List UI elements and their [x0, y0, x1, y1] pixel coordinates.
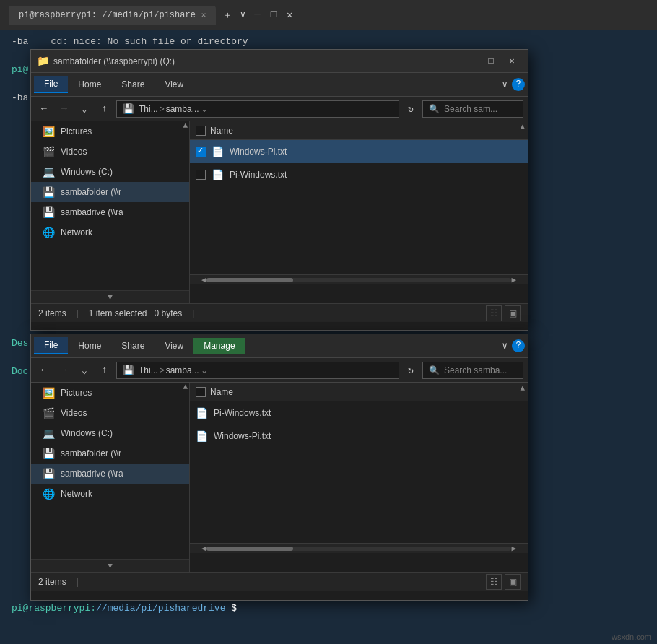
explorer1-path-sep1: >	[160, 104, 165, 114]
explorer2-search-icon: 🔍	[429, 365, 440, 375]
explorer2-scroll-left[interactable]: ◀	[201, 544, 206, 553]
explorer1-sidebar-windows-c[interactable]: 💻 Windows (C:)	[31, 162, 189, 182]
explorer1-refresh-btn[interactable]: ↻	[402, 100, 419, 118]
explorer1-scroll-right[interactable]: ▶	[511, 275, 516, 284]
explorer2-item-count: 2 items	[38, 577, 66, 587]
explorer1-scroll-left[interactable]: ◀	[201, 275, 206, 284]
explorer1-dropdown-btn[interactable]: ⌄	[76, 100, 93, 118]
explorer1-h-scrollbar[interactable]: ◀ ▶	[190, 274, 528, 284]
explorer2-forward-btn[interactable]: →	[56, 362, 73, 379]
new-tab-icon[interactable]: ＋	[223, 9, 232, 22]
explorer2-sidebar-network[interactable]: 🌐 Network	[31, 484, 189, 504]
explorer1-sidebar-videos[interactable]: 🎬 Videos	[31, 142, 189, 162]
pictures-icon: 🖼️	[43, 126, 55, 137]
explorer2-path-icon: 💾	[123, 365, 134, 375]
explorer2-status-divider: |	[77, 577, 79, 587]
explorer1-ribbon-tabs: File Home Share View ∨ ?	[31, 73, 528, 96]
explorer1-minimize-btn[interactable]: ─	[460, 51, 480, 71]
maximize-icon[interactable]: □	[271, 9, 277, 21]
close-icon[interactable]: ✕	[287, 9, 292, 21]
ribbon1-tab-home[interactable]: Home	[68, 77, 111, 92]
explorer2-icon-view-btn[interactable]: ▣	[505, 574, 521, 590]
ribbon2-tab-view[interactable]: View	[155, 338, 193, 354]
explorer1-search-box[interactable]: 🔍 Search sam...	[422, 100, 523, 118]
explorer1-back-btn[interactable]: ←	[35, 100, 53, 118]
explorer2-videos-icon: 🎬	[43, 407, 55, 419]
ribbon2-tab-share[interactable]: Share	[111, 338, 155, 354]
explorer1-file2-checkbox[interactable]	[196, 170, 206, 180]
explorer2-scrollbar-thumb[interactable]	[206, 547, 293, 551]
explorer2-file-windows-pi[interactable]: 📄 Windows-Pi.txt	[190, 425, 528, 448]
explorer1-address-path[interactable]: 💾 Thi... > samba... ⌄	[116, 100, 399, 118]
explorer1-sidebar-sambafolder[interactable]: 💾 sambafolder (\\r	[31, 182, 189, 202]
explorer2-path-sep1: >	[160, 365, 165, 375]
explorer2-sidebar-pictures[interactable]: 🖼️ Pictures	[31, 383, 189, 403]
explorer2-details-view-btn[interactable]: ☷	[486, 574, 502, 590]
explorer1-status-divider2: |	[192, 308, 194, 318]
explorer2-refresh-btn[interactable]: ↻	[402, 362, 419, 379]
ribbon1-help-icon[interactable]: ?	[512, 78, 525, 91]
sidebar1-sambafolder-label: sambafolder (\\r	[61, 187, 121, 197]
explorer1-maximize-btn[interactable]: □	[481, 51, 501, 71]
terminal-tab-title: pi@raspberrypi: //media/pi/pishare	[19, 10, 196, 20]
tab-dropdown-icon[interactable]: ∨	[240, 9, 245, 22]
explorer1-file-pi-windows[interactable]: 📄 Pi-Windows.txt	[190, 163, 528, 186]
explorer2-up-btn[interactable]: ↑	[96, 362, 113, 379]
ribbon1-tab-share[interactable]: Share	[111, 77, 155, 92]
explorer1-file-list: ▲ Name 📄 Windows-Pi.txt 📄 Pi-Wind	[190, 121, 528, 303]
explorer1-file-windows-pi[interactable]: 📄 Windows-Pi.txt	[190, 140, 528, 163]
explorer1-up-btn[interactable]: ↑	[96, 100, 113, 118]
explorer1-file1-icon: 📄	[212, 146, 224, 157]
explorer2-search-box[interactable]: 🔍 Search samba...	[422, 362, 523, 379]
explorer1-scrollbar-thumb[interactable]	[206, 278, 293, 282]
ribbon2-tab-home[interactable]: Home	[68, 338, 111, 354]
ribbon2-tab-file[interactable]: File	[34, 337, 68, 354]
ribbon2-help-icon[interactable]: ?	[512, 339, 525, 352]
terminal-tab[interactable]: pi@raspberrypi: //media/pi/pishare ✕	[9, 6, 216, 25]
ribbon1-tab-view[interactable]: View	[155, 77, 193, 92]
explorer2-sidebar-scroll-down[interactable]: ▼	[31, 559, 189, 572]
ribbon1-tab-file[interactable]: File	[34, 76, 68, 93]
explorer1-sidebar-sambadrive[interactable]: 💾 sambadrive (\\ra	[31, 202, 189, 222]
explorer1-close-btn[interactable]: ✕	[502, 51, 522, 71]
terminal-background: pi@raspberrypi: //media/pi/pishare ✕ ＋ ∨…	[0, 0, 657, 644]
explorer1-forward-btn[interactable]: →	[56, 100, 73, 118]
minimize-icon[interactable]: ─	[254, 9, 260, 21]
explorer1-details-view-btn[interactable]: ☷	[486, 305, 502, 321]
explorer-window-2: File Home Share View Manage ∨ ? ← → ⌄ ↑ …	[30, 334, 528, 601]
explorer2-address-path[interactable]: 💾 Thi... > samba... ⌄	[116, 362, 399, 379]
explorer2-sidebar-sambadrive[interactable]: 💾 sambadrive (\\ra	[31, 464, 189, 484]
sidebar1-windows-c-label: Windows (C:)	[61, 167, 113, 177]
explorer2-sidebar-videos[interactable]: 🎬 Videos	[31, 403, 189, 423]
ribbon2-tab-manage[interactable]: Manage	[193, 338, 245, 354]
explorer2-dropdown-btn[interactable]: ⌄	[76, 362, 93, 379]
sidebar2-pictures-label: Pictures	[61, 388, 92, 398]
ribbon1-expand-icon[interactable]: ∨	[502, 79, 508, 90]
explorer2-back-btn[interactable]: ←	[35, 362, 53, 379]
explorer1-sidebar-network[interactable]: 🌐 Network	[31, 222, 189, 243]
explorer2-file-pi-windows[interactable]: 📄 Pi-Windows.txt	[190, 401, 528, 425]
explorer1-file-scroll-up[interactable]: ▲	[517, 121, 528, 133]
watermark: wsxdn.com	[612, 632, 651, 641]
explorer2-sidebar-scroll-up[interactable]: ▲	[183, 383, 188, 391]
explorer1-search-icon: 🔍	[429, 104, 440, 114]
terminal-tab-close[interactable]: ✕	[201, 10, 206, 19]
explorer1-file1-checkbox[interactable]	[196, 147, 206, 157]
explorer1-file2-name: Pi-Windows.txt	[230, 170, 522, 180]
explorer2-h-scrollbar[interactable]: ◀ ▶	[190, 543, 528, 553]
explorer2-file-scroll-up[interactable]: ▲	[517, 383, 528, 394]
explorer1-selected-count: 1 item selected	[89, 308, 147, 318]
explorer1-select-all-checkbox[interactable]	[196, 126, 206, 136]
explorer2-sidebar-windows-c[interactable]: 💻 Windows (C:)	[31, 423, 189, 443]
explorer1-sidebar-scroll-up[interactable]: ▲	[183, 121, 188, 130]
explorer2-select-all-checkbox[interactable]	[196, 387, 206, 397]
ribbon2-expand-icon[interactable]: ∨	[502, 340, 508, 352]
terminal-tab-controls: ＋ ∨	[223, 9, 245, 22]
explorer2-scroll-right[interactable]: ▶	[511, 544, 516, 553]
explorer1-icon-view-btn[interactable]: ▣	[505, 305, 521, 321]
explorer2-network-icon: 🌐	[43, 488, 55, 500]
explorer1-sidebar-pictures[interactable]: 🖼️ Pictures	[31, 121, 189, 142]
explorer2-sidebar-sambafolder[interactable]: 💾 sambafolder (\\r	[31, 443, 189, 464]
explorer1-sidebar-scroll-down[interactable]: ▼	[31, 290, 189, 303]
sambadrive-icon: 💾	[43, 206, 55, 218]
